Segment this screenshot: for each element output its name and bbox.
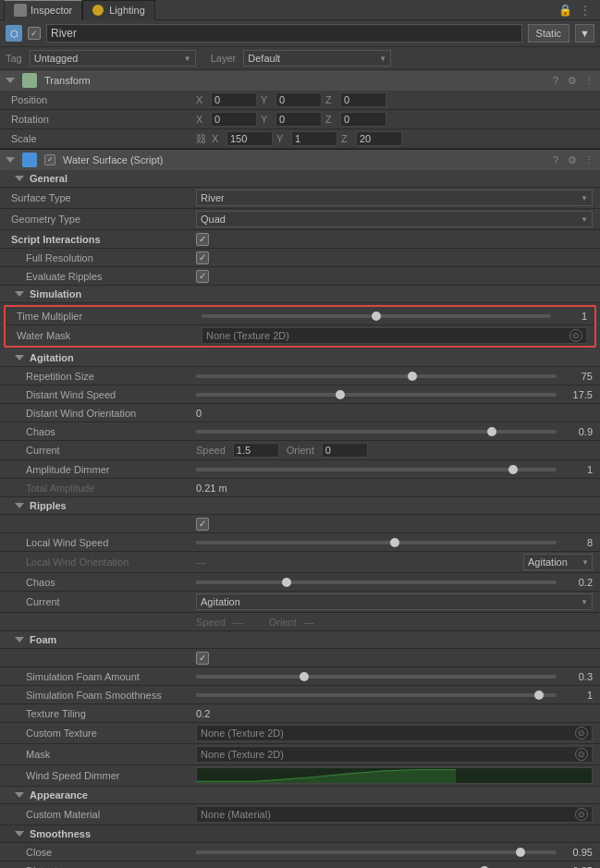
custom-material-row: Custom Material None (Material) ⊙	[0, 804, 600, 825]
ripples-chaos-slider[interactable]	[196, 581, 557, 584]
rotation-x[interactable]	[211, 112, 257, 127]
simulation-section-header[interactable]: Simulation	[0, 286, 600, 303]
ripples-speed-label: Speed	[196, 617, 226, 628]
current-speed-input[interactable]	[233, 443, 279, 458]
agitation-section-header[interactable]: Agitation	[0, 349, 600, 367]
object-active-checkbox[interactable]	[28, 27, 41, 40]
custom-material-field: None (Material) ⊙	[196, 806, 593, 823]
script-interactions-checkbox[interactable]	[196, 233, 209, 246]
water-mask-picker[interactable]: ⊙	[569, 329, 582, 342]
appearance-section-header[interactable]: Appearance	[0, 787, 600, 804]
custom-material-label: Custom Material	[11, 809, 196, 820]
smoothness-close-value: 0.95	[560, 847, 593, 858]
repetition-size-slider[interactable]	[196, 374, 557, 378]
custom-texture-field: None (Texture 2D) ⊙	[196, 725, 593, 741]
foam-mask-row: Mask None (Texture 2D) ⊙	[0, 744, 600, 765]
ripples-current-speed-row: Speed — Orient —	[0, 613, 600, 631]
scale-row: Scale ⛓ X Y Z	[0, 129, 600, 149]
ripples-chaos-row: Chaos 0.2	[0, 573, 600, 592]
water-mask-row: Water Mask None (Texture 2D) ⊙	[6, 325, 594, 346]
local-wind-speed-row: Local Wind Speed 8	[0, 533, 600, 552]
tag-label: Tag	[6, 53, 22, 64]
lock-icon[interactable]: 🔒	[557, 3, 572, 18]
wind-speed-dimmer-graph[interactable]	[196, 767, 593, 784]
ripples-section-header[interactable]: Ripples	[0, 497, 600, 515]
transform-settings[interactable]: ⚙	[568, 75, 577, 87]
distant-wind-speed-slider[interactable]	[196, 393, 557, 397]
ripples-enabled-checkbox[interactable]	[196, 518, 209, 531]
custom-material-picker[interactable]: ⊙	[575, 808, 588, 821]
evaluate-ripples-row: Evaluate Ripples	[0, 267, 600, 286]
object-name-input[interactable]	[46, 24, 522, 43]
local-wind-orientation-dropdown[interactable]: Agitation	[523, 554, 593, 570]
position-y[interactable]	[276, 92, 322, 107]
scale-z[interactable]	[356, 131, 402, 146]
foam-enabled-checkbox[interactable]	[196, 652, 209, 665]
amplitude-dimmer-slider[interactable]	[196, 468, 557, 471]
custom-texture-picker[interactable]: ⊙	[575, 727, 588, 740]
tab-lighting-label: Lighting	[109, 5, 145, 16]
distant-wind-speed-value: 17.5	[560, 389, 593, 400]
geometry-type-row: Geometry Type Quad	[0, 209, 600, 230]
transform-header[interactable]: Transform ? ⚙ ⋮	[0, 70, 600, 91]
full-resolution-label: Full Resolution	[11, 252, 196, 263]
agitation-current-row: Current Speed Orient	[0, 441, 600, 460]
foam-section-header[interactable]: Foam	[0, 631, 600, 649]
distant-wind-speed-row: Distant Wind Speed 17.5	[0, 385, 600, 404]
water-surface-checkbox[interactable]	[44, 154, 55, 165]
water-surface-header[interactable]: Water Surface (Script) ? ⚙ ⋮	[0, 150, 600, 170]
script-interactions-row: Script Interactions	[0, 230, 600, 249]
geometry-type-dropdown[interactable]: Quad	[196, 211, 593, 227]
inspector-content: Transform ? ⚙ ⋮ Position X Y Z Rotation …	[0, 70, 600, 868]
transform-help[interactable]: ?	[553, 75, 558, 86]
water-surface-settings[interactable]: ⚙	[568, 154, 577, 166]
water-surface-title: Water Surface (Script)	[63, 154, 163, 165]
ripples-chaos-label: Chaos	[11, 577, 196, 588]
smoothness-close-slider[interactable]	[196, 850, 557, 854]
static-dropdown-arrow[interactable]: ▼	[575, 24, 594, 43]
sim-foam-smooth-slider[interactable]	[196, 693, 557, 697]
transform-more[interactable]: ⋮	[584, 75, 594, 87]
evaluate-ripples-checkbox[interactable]	[196, 270, 209, 283]
foam-checkbox-row	[0, 649, 600, 667]
static-button[interactable]: Static	[528, 24, 570, 43]
position-label: Position	[11, 94, 196, 105]
simulation-triangle	[15, 291, 24, 297]
time-multiplier-slider[interactable]	[202, 314, 551, 318]
water-surface-triangle	[6, 157, 15, 163]
agitation-chaos-slider[interactable]	[196, 430, 557, 434]
more-options-icon[interactable]: ⋮	[578, 3, 593, 18]
sim-foam-amount-slider[interactable]	[196, 675, 557, 679]
rotation-z[interactable]	[340, 112, 386, 127]
water-surface-more[interactable]: ⋮	[584, 154, 594, 166]
transform-component: Transform ? ⚙ ⋮ Position X Y Z Rotation …	[0, 70, 600, 150]
tag-dropdown[interactable]: Untagged	[30, 50, 196, 67]
position-z[interactable]	[340, 92, 386, 107]
position-x[interactable]	[211, 92, 257, 107]
smoothness-close-label: Close	[11, 847, 196, 858]
scale-x[interactable]	[227, 131, 273, 146]
layer-dropdown[interactable]: Default	[243, 50, 391, 67]
current-orient-input[interactable]	[322, 443, 368, 458]
rotation-y[interactable]	[276, 112, 322, 127]
scale-y[interactable]	[291, 131, 337, 146]
water-surface-help[interactable]: ?	[553, 154, 558, 165]
tab-inspector[interactable]: Inspector	[4, 0, 82, 20]
position-row: Position X Y Z	[0, 91, 600, 110]
surface-type-dropdown[interactable]: River	[196, 189, 593, 206]
smoothness-section-header[interactable]: Smoothness	[0, 825, 600, 843]
foam-mask-picker[interactable]: ⊙	[575, 748, 588, 761]
agitation-chaos-value: 0.9	[560, 426, 593, 437]
full-resolution-checkbox[interactable]	[196, 251, 209, 264]
ripples-current-dropdown[interactable]: Agitation	[196, 593, 593, 610]
local-wind-orientation-row: Local Wind Orientation — Agitation	[0, 552, 600, 573]
scale-label: Scale	[11, 133, 196, 144]
ripples-orient-label: Orient	[269, 617, 297, 628]
general-section-header[interactable]: General	[0, 170, 600, 188]
inspector-tab-icon	[14, 4, 27, 17]
distant-wind-orientation-row: Distant Wind Orientation 0	[0, 404, 600, 422]
repetition-size-label: Repetition Size	[11, 371, 196, 382]
local-wind-speed-slider[interactable]	[196, 541, 557, 544]
tab-lighting[interactable]: Lighting	[82, 0, 155, 20]
distant-wind-orientation-label: Distant Wind Orientation	[11, 408, 196, 419]
